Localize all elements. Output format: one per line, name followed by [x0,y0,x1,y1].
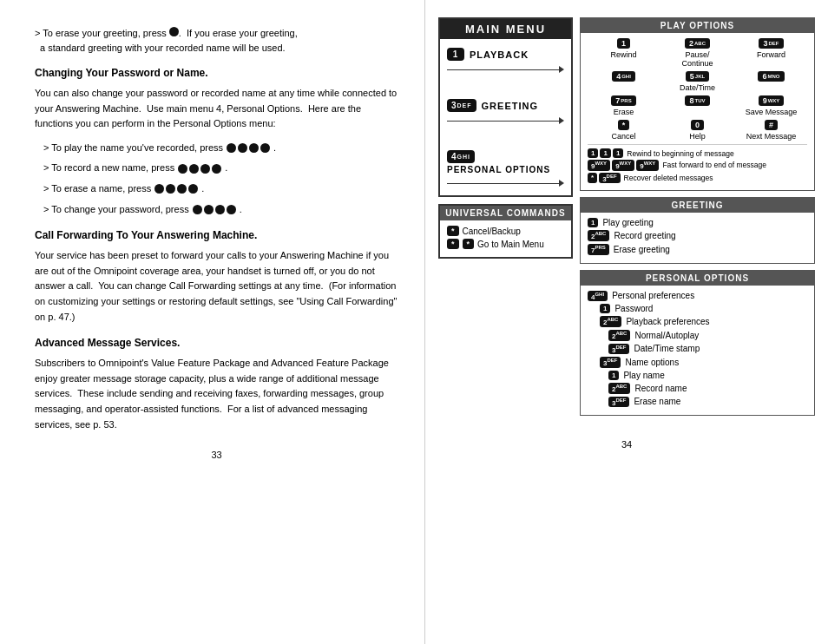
menu-items-area: 1 PLAYBACK 3DEF GREETING [440,39,571,195]
play-options-body: 1 Rewind 2ABC Pause/Continue 3DEF Forwar… [581,33,814,190]
po-erase-name-label: Erase name [634,397,680,406]
po-name-options-label: Name options [625,358,679,367]
greeting-row-erase: 7PRS Erase greeting [588,244,807,255]
play-options-grid: 1 Rewind 2ABC Pause/Continue 3DEF Forwar… [588,38,807,141]
opt-cancel-label: Cancel [611,132,635,141]
universal-main-menu-label: Go to Main Menu [477,240,544,249]
personal-row-normal: 2ABC Normal/Autoplay [608,330,807,341]
po-key-4: 4GHI [588,291,608,302]
universal-commands-title: UNIVERSAL COMMANDS [440,206,571,220]
opt-cancel: * Cancel [588,120,660,141]
personal-row-name-options: 3DEF Name options [600,357,807,368]
personal-options-body: 4GHI Personal preferences 1 Password 2AB… [581,286,814,416]
star-key-2: * [463,239,475,249]
greeting-row-record: 2ABC Record greeting [588,230,807,241]
key-8: 8TUV [685,95,709,106]
main-menu-column: MAIN MENU 1 PLAYBACK [438,17,573,422]
page-num-right: 34 [438,439,815,450]
opt-rewind: 1 Rewind [588,38,660,68]
shortcut-ff-end: 9WXY 9WXY 9WXY Fast forward to end of me… [588,160,807,171]
key-3: 3DEF [759,38,783,49]
play-options-section: PLAY OPTIONS 1 Rewind 2ABC Pause/Continu… [580,17,815,191]
po-datetime-label: Date/Time stamp [634,344,700,353]
opt-save-label: Save Message [746,108,798,116]
greeting-body: 1 Play greeting 2ABC Record greeting 7PR… [581,213,814,262]
sk-star: * [588,173,597,184]
opt-pause-label: Pause/Continue [681,50,713,68]
personal-row-record-name: 2ABC Record name [608,383,807,394]
key-4: 4GHI [612,71,635,82]
right-page: MAIN MENU 1 PLAYBACK [425,0,828,644]
shortcut-rewind-begin: 1 1 1 Rewind to beginning of message [588,148,807,158]
star-key-1: * [447,239,459,249]
page-num-left: 33 [35,450,398,460]
shortcut-recover: * 3DEF Recover deleted messages [588,173,807,184]
greeting-play-label: Play greeting [602,218,653,227]
body-advanced: Subscribers to Omnipoint's Value Feature… [35,356,398,432]
po-key-2: 2ABC [600,316,621,327]
greeting-record-label: Record greeting [614,231,675,240]
opt-forward-label: Forward [757,50,785,59]
opt-erase-label: Erase [614,108,634,116]
personal-row-erase-name: 3DEF Erase name [608,397,807,408]
key-7: 7PRS [611,95,635,106]
opt-pause: 2ABC Pause/Continue [661,38,733,68]
opt-help: 0 Help [661,120,733,141]
section-heading-advanced: Advanced Message Services. [35,337,398,349]
greeting-key-2: 2ABC [588,230,609,241]
shortcut-recover-label: Recover deleted messages [624,174,713,182]
main-menu-box: MAIN MENU 1 PLAYBACK [438,17,573,197]
po-password-label: Password [614,304,653,313]
menu-num-3: 3DEF [447,99,476,112]
opt-erase: 7PRS Erase [588,95,660,116]
greeting-erase-label: Erase greeting [614,245,670,254]
opt-4: 4GHI [588,71,660,92]
star-key-cancel: * [447,226,459,236]
menu-num-4: 4GHI [447,150,475,163]
options-column: PLAY OPTIONS 1 Rewind 2ABC Pause/Continu… [580,17,815,422]
left-page: > To erase your greeting, press . If you… [0,0,425,644]
menu-num-1: 1 [447,48,464,61]
po-key-3: 3DEF [600,357,621,368]
opt-6: 6MNO [735,71,807,92]
sk-1a: 1 [588,148,598,158]
key-5: 5JKL [686,71,709,82]
personal-options-title: PERSONAL OPTIONS [581,271,814,286]
greeting-section: GREETING 1 Play greeting 2ABC Record gre… [580,197,815,263]
menu-item-playback: 1 PLAYBACK [447,48,564,73]
personal-row-password: 1 Password [600,304,807,313]
po-key-1n: 1 [608,371,619,380]
sk-9a: 9WXY [588,160,610,171]
greeting-key-7: 7PRS [588,244,609,255]
opt-datetime: 5JKL Date/Time [661,71,733,92]
menu-item-greeting: 3DEF GREETING [447,99,564,124]
main-menu-title: MAIN MENU [440,19,571,39]
personal-row-playback: 2ABC Playback preferences [600,316,807,327]
divider [588,144,807,145]
po-key-2b: 2ABC [608,330,630,341]
play-options-title: PLAY OPTIONS [581,18,814,33]
key-hash: # [765,120,778,130]
key-9: 9WXY [759,95,785,106]
personal-row-play-name: 1 Play name [608,371,807,380]
menu-item-personal: 4GHI PERSONAL OPTIONS [447,150,564,187]
body-password: You can also change your password or rec… [35,86,398,132]
shortcut-rewind-label: Rewind to beginning of message [627,149,733,158]
menu-label-playback: PLAYBACK [470,49,529,60]
key-1: 1 [617,38,630,49]
po-key-3n: 3DEF [608,397,629,408]
key-star: * [618,120,630,130]
shortcut-ff-label: Fast forward to end of message [662,161,766,169]
opt-next: # Next Message [735,120,807,141]
opt-help-label: Help [689,132,706,141]
universal-row-main-menu: * * Go to Main Menu [447,239,564,249]
universal-cancel-label: Cancel/Backup [463,227,521,236]
key-6: 6MNO [758,71,784,82]
po-normal-label: Normal/Autoplay [634,331,699,340]
sk-1c: 1 [613,148,623,158]
po-playback-label: Playback preferences [626,317,709,326]
personal-options-section: PERSONAL OPTIONS 4GHI Personal preferenc… [580,270,815,417]
sk-9b: 9WXY [612,160,634,171]
intro-text: > To erase your greeting, press . If you… [35,26,398,55]
greeting-row-play: 1 Play greeting [588,218,807,227]
